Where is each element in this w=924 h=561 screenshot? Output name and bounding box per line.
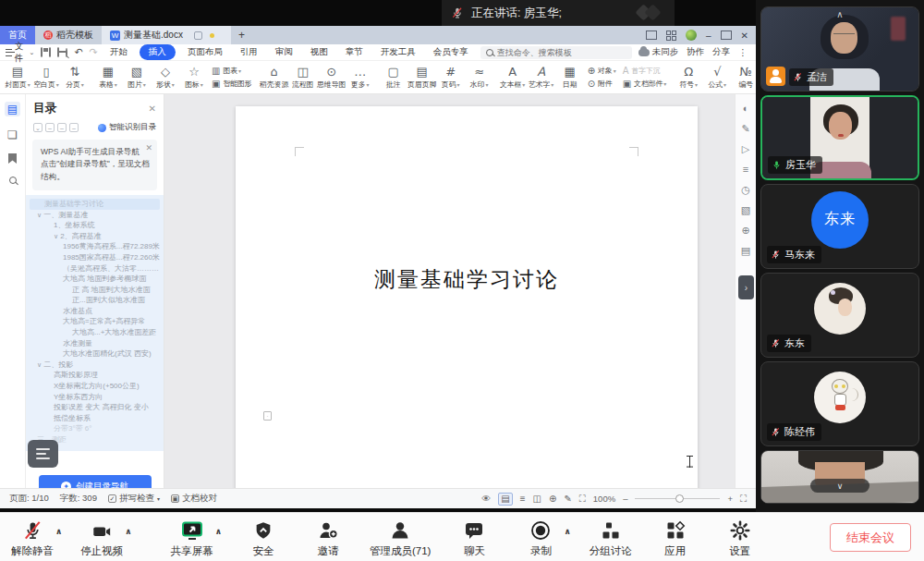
eye-protect-icon[interactable]: ⊕ <box>741 226 749 236</box>
doc-proof-button[interactable]: ▣文档校对 <box>171 493 217 505</box>
security-button[interactable]: 安全 <box>242 519 285 558</box>
ribbon-doc-parts[interactable]: ▣文档部件 <box>623 79 667 89</box>
toc-item[interactable]: Y坐标东西方向 <box>30 392 160 403</box>
collab-button[interactable]: 协作 <box>687 46 704 58</box>
record-options-chevron[interactable]: ∧ <box>564 527 570 536</box>
command-search[interactable] <box>480 46 632 59</box>
ribbon-attachment[interactable]: ⊙附件 <box>588 79 616 89</box>
history-clock-icon[interactable]: ◷ <box>741 185 750 195</box>
participant-tile-mengjie[interactable]: ∧ 孟洁 <box>760 6 919 91</box>
ribbon-watermark[interactable]: ≈水印 <box>466 65 493 91</box>
account-avatar[interactable] <box>686 30 697 41</box>
ribbon-icons[interactable]: ☆图标 <box>180 65 208 91</box>
menu-review[interactable]: 审阅 <box>270 45 298 59</box>
document-title[interactable]: 测量基础学习讨论 <box>236 265 698 294</box>
export-icon[interactable] <box>49 47 51 57</box>
toc-item[interactable]: ∨一、测量基准 <box>30 210 160 221</box>
toc-toggle-button[interactable] <box>28 440 58 468</box>
ribbon-numbering[interactable]: №编号 <box>732 65 756 91</box>
ribbon-text-box[interactable]: A文本框 <box>499 65 527 91</box>
toc-item[interactable]: 测量基础学习讨论 <box>30 199 160 210</box>
ribbon-symbol[interactable]: Ω符号 <box>675 65 702 91</box>
ribbon-docer-assets[interactable]: ⌂稻壳资源 <box>261 65 288 91</box>
menu-insert[interactable]: 插入 <box>140 44 176 60</box>
unmute-options-chevron[interactable]: ∧ <box>55 527 62 536</box>
new-tab-button[interactable]: + <box>231 26 252 44</box>
edit-pen-icon[interactable]: ✎ <box>741 124 749 134</box>
toc-item[interactable]: 正 高 地面到大地水准面 <box>30 285 160 296</box>
menu-sections[interactable]: 章节 <box>340 45 369 59</box>
file-menu[interactable]: 文件 ⌄ <box>6 41 34 65</box>
ribbon-wordart[interactable]: A艺术字 <box>528 65 555 91</box>
print-icon[interactable] <box>57 47 59 57</box>
launcher-grid-icon[interactable] <box>666 30 676 41</box>
zoom-out-button[interactable]: – <box>623 494 627 504</box>
ribbon-header-footer[interactable]: ▤页眉页脚 <box>408 65 436 91</box>
chat-button[interactable]: 聊天 <box>453 519 495 558</box>
word-count[interactable]: 字数: 309 <box>60 493 97 505</box>
ribbon-chart[interactable]: ▥图表 <box>212 66 252 76</box>
close-button[interactable]: ✕ <box>741 30 748 41</box>
toc-close-icon[interactable]: ✕ <box>149 104 156 114</box>
ribbon-comment[interactable]: ▢批注 <box>380 65 407 91</box>
ribbon-cover-page[interactable]: ▤封面页 <box>4 65 31 91</box>
ink-mode-icon[interactable]: ✎ <box>564 494 571 504</box>
scroll-down-chevron[interactable]: ∨ <box>810 479 869 493</box>
menu-references[interactable]: 引用 <box>235 45 263 59</box>
participant-tile-dongdong[interactable]: 东东 <box>760 273 919 358</box>
split-view-icon[interactable] <box>646 30 657 40</box>
toc-item[interactable]: 正...面到大似地水准面 <box>30 295 160 306</box>
menu-start[interactable]: 开始 <box>104 45 133 59</box>
toc-expand-all-button[interactable]: ⌄ <box>33 123 43 132</box>
toc-item[interactable]: 水准测量 <box>30 338 160 349</box>
page-view-icon[interactable]: ▤ <box>498 493 512 506</box>
spell-check-button[interactable]: ✓拼写检查▾ <box>108 493 160 505</box>
ribbon-drop-cap[interactable]: A首字下沉 <box>623 66 667 76</box>
toc-item[interactable]: X坐标南北方向(+500公里) <box>30 381 160 392</box>
ribbon-mindmap[interactable]: ⊙思维导图 <box>318 65 346 91</box>
zoom-level[interactable]: 100% <box>593 494 615 504</box>
toc-item[interactable]: 分带3°带 6° <box>30 423 160 434</box>
save-icon[interactable] <box>41 47 43 57</box>
bookmark-icon[interactable] <box>8 153 17 164</box>
invite-button[interactable]: 邀请 <box>307 519 349 558</box>
outline-view-icon[interactable]: ≡ <box>520 494 526 504</box>
toc-item[interactable]: 1985国家高程基...程72.260米 <box>30 252 160 263</box>
skin-icon[interactable]: ◐ <box>743 104 749 114</box>
ribbon-object[interactable]: ⊕对象 <box>588 66 616 76</box>
ribbon-page-break[interactable]: ⇅分页 <box>61 65 89 91</box>
toc-item[interactable]: 水准基点 <box>30 306 160 317</box>
resources-pane-icon[interactable]: ❏ <box>7 129 18 140</box>
sidebar-expand-handle[interactable]: › <box>738 275 754 299</box>
menu-dev-tools[interactable]: 开发工具 <box>375 45 421 59</box>
toc-level-down-button[interactable]: – <box>69 123 79 132</box>
ribbon-table[interactable]: ▦表格 <box>94 65 122 91</box>
toc-collapse-all-button[interactable]: – <box>45 123 55 132</box>
participant-tile-fangyuhua[interactable]: 房玉华 <box>760 95 919 180</box>
menu-member[interactable]: 会员专享 <box>428 45 474 59</box>
manage-members-button[interactable]: 管理成员(71) <box>370 519 431 558</box>
toc-item[interactable]: 大地水准面精化(武汉 西安) <box>30 348 160 360</box>
image-tool-icon[interactable]: ▧ <box>741 205 750 215</box>
stop-video-button[interactable]: 停止视频 <box>80 519 123 558</box>
restore-button[interactable] <box>721 30 732 40</box>
participant-tile-partial[interactable]: ∨ <box>760 450 919 504</box>
fullscreen-icon[interactable]: ⛶ <box>740 494 747 504</box>
toc-item[interactable]: 大地高=正常高+高程异常 <box>30 316 160 327</box>
ribbon-date[interactable]: ▦日期 <box>556 65 584 91</box>
select-cursor-icon[interactable]: ▷ <box>742 144 749 154</box>
toc-item[interactable]: ∨2、高程基准 <box>30 231 160 242</box>
undo-icon[interactable]: ↶ <box>74 47 82 57</box>
collapse-chevron-icon[interactable]: ∧ <box>836 10 843 19</box>
tip-close-icon[interactable]: ✕ <box>145 142 152 155</box>
ribbon-blank-page[interactable]: ▯空白页 <box>32 65 60 91</box>
toc-item[interactable]: 1956黄海高程系...程72.289米 <box>30 241 160 252</box>
toc-level-up-button[interactable]: – <box>57 123 67 132</box>
share-screen-button[interactable]: 共享屏幕 <box>171 519 213 558</box>
eye-mode-icon[interactable]: 👁 <box>481 494 491 504</box>
menu-view[interactable]: 视图 <box>305 45 334 59</box>
unmute-button[interactable]: 解除静音 <box>11 519 54 558</box>
smart-recognize-button[interactable]: 智能识别目录 <box>98 122 156 133</box>
minimize-button[interactable]: – <box>706 30 711 41</box>
zoom-slider[interactable] <box>635 498 720 500</box>
